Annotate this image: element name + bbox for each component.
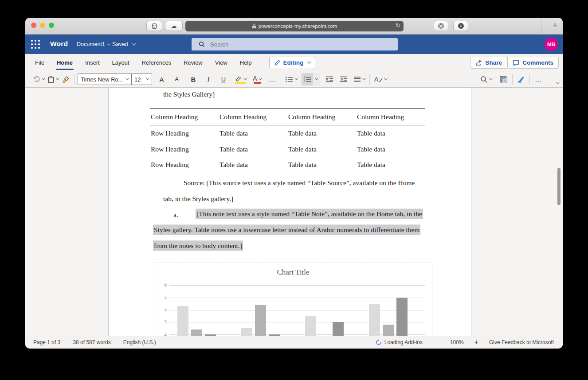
chart-bar xyxy=(305,316,316,336)
onepassword-button[interactable] xyxy=(434,21,448,31)
document-canvas[interactable]: the Styles Gallery] Column HeadingColumn… xyxy=(25,88,563,336)
table-cell[interactable]: Table data xyxy=(219,141,287,157)
feedback-link[interactable]: Give Feedback to Microsoft xyxy=(489,339,554,345)
chevron-down-icon xyxy=(146,76,149,80)
app-launcher-icon[interactable] xyxy=(31,40,40,49)
tab-layout[interactable]: Layout xyxy=(106,54,136,71)
tab-help[interactable]: Help xyxy=(234,54,258,71)
table-cell[interactable]: Row Heading xyxy=(150,157,219,173)
vertical-scrollbar[interactable] xyxy=(557,168,561,205)
increase-indent-button[interactable] xyxy=(338,73,349,85)
bullets-button[interactable] xyxy=(284,73,299,85)
app-name[interactable]: Word xyxy=(50,40,68,48)
search-bar[interactable] xyxy=(192,38,398,50)
paste-button[interactable] xyxy=(46,73,60,85)
more-font-options-button[interactable]: … xyxy=(267,73,278,85)
tab-view[interactable]: View xyxy=(209,54,234,71)
document-title[interactable]: Document1 - Saved xyxy=(77,41,135,47)
bulleted-list-icon xyxy=(285,76,293,82)
table-cell[interactable]: Table data xyxy=(356,125,425,141)
undo-button[interactable] xyxy=(31,73,46,85)
icloud-tabs-button[interactable]: ☁ xyxy=(165,21,183,31)
font-name-select[interactable]: Times New Ro... xyxy=(78,74,132,85)
format-painter-icon xyxy=(62,76,70,83)
zoom-window-button[interactable] xyxy=(49,23,54,28)
table-cell[interactable]: Row Heading xyxy=(150,141,219,157)
chevron-down-icon xyxy=(307,60,311,63)
chart-ytick-label: 6 xyxy=(156,282,167,287)
tab-insert[interactable]: Insert xyxy=(79,54,106,71)
tab-review[interactable]: Review xyxy=(177,54,209,71)
table-cell[interactable]: Table data xyxy=(287,125,356,141)
divider xyxy=(74,74,75,85)
table-cell[interactable]: Row Heading xyxy=(150,125,219,141)
underline-button[interactable]: U xyxy=(218,73,229,85)
collapse-ribbon-button[interactable] xyxy=(555,78,559,86)
doc-name[interactable]: Document1 xyxy=(77,41,105,47)
table-cell[interactable]: Table data xyxy=(219,125,287,141)
zoom-out-button[interactable]: — xyxy=(433,339,439,346)
editing-mode-button[interactable]: Editing xyxy=(269,57,315,69)
table-note-line2[interactable]: Styles gallery. Table notes use a lowerc… xyxy=(153,226,420,234)
downloads-button[interactable] xyxy=(453,21,468,31)
share-label: Share xyxy=(485,59,502,66)
highlight-color-button[interactable] xyxy=(233,73,248,85)
table-cell[interactable]: Table data xyxy=(287,157,356,173)
font-size-select[interactable]: 12 xyxy=(132,74,152,85)
font-color-button[interactable]: A xyxy=(251,73,263,85)
chart-title[interactable]: Chart Title xyxy=(154,268,432,277)
extension-button[interactable] xyxy=(146,21,162,31)
numbered-list-dropdown[interactable] xyxy=(313,73,320,85)
grow-font-button[interactable]: Aˆ xyxy=(157,73,168,85)
caption-text[interactable]: the Styles Gallery] xyxy=(163,90,215,98)
reload-icon[interactable]: ↻ xyxy=(396,22,400,29)
address-bar[interactable]: powerconcepts-my.sharepoint.com ↻ xyxy=(185,21,404,31)
find-button[interactable] xyxy=(479,73,494,85)
table-header-cell[interactable]: Column Heading xyxy=(287,109,356,125)
table-source-line2[interactable]: tab, in the Styles gallery.] xyxy=(163,195,233,203)
table-header-cell[interactable]: Column Heading xyxy=(150,109,219,125)
language-status[interactable]: English (U.S.) xyxy=(123,339,156,345)
table-cell[interactable]: Table data xyxy=(219,157,287,173)
close-window-button[interactable] xyxy=(31,23,36,28)
search-input[interactable] xyxy=(209,41,378,48)
word-count[interactable]: 38 of 587 words xyxy=(73,339,110,345)
document-page[interactable]: the Styles Gallery] Column HeadingColumn… xyxy=(108,88,471,336)
avatar[interactable]: MB xyxy=(545,38,558,51)
table-header-cell[interactable]: Column Heading xyxy=(356,109,425,125)
document-table[interactable]: Column HeadingColumn HeadingColumn Headi… xyxy=(150,109,425,173)
table-note-marker[interactable]: a. xyxy=(173,211,178,219)
table-cell[interactable]: Table data xyxy=(356,157,425,173)
tab-file[interactable]: File xyxy=(29,54,51,71)
zoom-in-button[interactable]: + xyxy=(474,338,478,346)
bold-button[interactable]: B xyxy=(188,73,199,85)
alignment-button[interactable] xyxy=(352,73,367,85)
numbered-list-button[interactable]: 123 xyxy=(302,73,313,85)
decrease-indent-button[interactable] xyxy=(324,73,335,85)
embedded-chart[interactable]: Chart Title 65432 xyxy=(154,263,432,336)
tab-home[interactable]: Home xyxy=(51,54,79,71)
italic-button[interactable]: I xyxy=(203,73,214,85)
new-tab-button[interactable]: + xyxy=(553,20,557,30)
share-button[interactable]: Share xyxy=(470,57,507,69)
table-note-line1[interactable]: [This note text uses a style named “Tabl… xyxy=(196,210,423,218)
styles-button[interactable]: A xyxy=(372,73,388,85)
highlight-color-swatch xyxy=(235,82,246,84)
table-source-line1[interactable]: Source: [This source text uses a style n… xyxy=(184,179,415,187)
table-cell[interactable]: Table data xyxy=(287,141,356,157)
page-count[interactable]: Page 1 of 3 xyxy=(33,339,60,345)
caret-down-icon: ˇ xyxy=(179,79,180,83)
table-cell[interactable]: Table data xyxy=(356,141,425,157)
shrink-font-button[interactable]: Aˇ xyxy=(172,73,183,85)
save-status[interactable]: Saved xyxy=(112,41,128,47)
more-commands-button[interactable]: … xyxy=(533,73,544,85)
table-header-cell[interactable]: Column Heading xyxy=(219,109,287,125)
immersive-reader-button[interactable] xyxy=(498,73,510,85)
editor-button[interactable] xyxy=(515,73,527,85)
minimize-window-button[interactable] xyxy=(40,23,45,28)
tab-references[interactable]: References xyxy=(136,54,177,71)
table-note-line3[interactable]: from the notes to body content.] xyxy=(153,242,243,250)
format-painter-button[interactable] xyxy=(60,73,72,85)
chevron-down-icon xyxy=(243,76,247,80)
comments-button[interactable]: Comments xyxy=(507,57,559,69)
